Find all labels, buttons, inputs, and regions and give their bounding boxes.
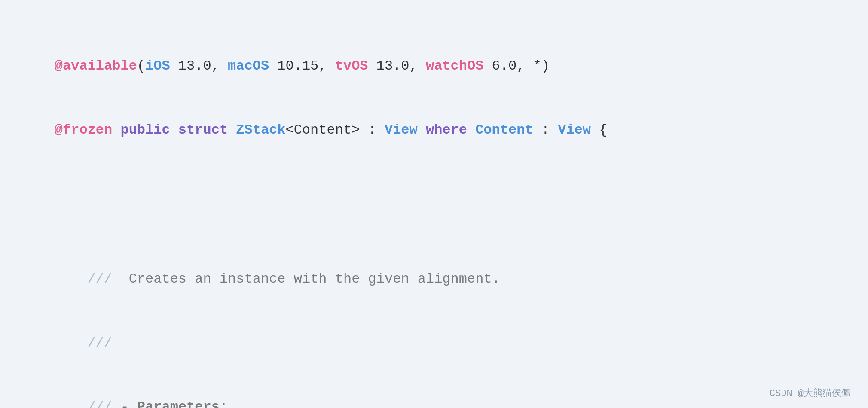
- watermark: CSDN @大熊猫侯佩: [770, 387, 851, 399]
- space-1: [228, 122, 236, 138]
- comment-empty-1: ///: [55, 335, 112, 351]
- zstack-name: ZStack: [236, 122, 285, 138]
- watchos-ver: 6.0, *): [483, 58, 550, 74]
- comment-creates: /// Creates an instance with the given a…: [55, 271, 500, 287]
- tvos-ver: 13.0,: [368, 58, 426, 74]
- open-brace: {: [591, 122, 607, 138]
- tvos-label: tvOS: [335, 58, 368, 74]
- frozen-keyword: @frozen: [55, 122, 112, 138]
- colon-1: :: [360, 122, 385, 138]
- ios-ver: 13.0,: [170, 58, 228, 74]
- generic-param: <Content>: [286, 122, 360, 138]
- comment-marker-2: ///: [55, 335, 112, 351]
- at-available: @: [55, 58, 63, 74]
- macos-ver: 10.15,: [269, 58, 335, 74]
- colon-2: :: [533, 122, 558, 138]
- content-type: Content: [475, 122, 533, 138]
- code-container: @available(iOS 13.0, macOS 10.15, tvOS 1…: [0, 0, 868, 408]
- where-keyword: where: [418, 122, 475, 138]
- watchos-label: watchOS: [426, 58, 483, 74]
- comment-parameters: /// - Parameters:: [55, 399, 228, 408]
- ios-label: iOS: [145, 58, 170, 74]
- comment-text-1: Creates an instance with the given align…: [120, 271, 500, 287]
- view-1: View: [385, 122, 418, 138]
- view-2: View: [558, 122, 591, 138]
- comment-marker-1: ///: [55, 271, 121, 287]
- line-available: @available(iOS 13.0, macOS 10.15, tvOS 1…: [55, 58, 550, 74]
- struct-keyword: struct: [178, 122, 228, 138]
- keyword-available: available: [63, 58, 137, 74]
- code-block: @available(iOS 13.0, macOS 10.15, tvOS 1…: [21, 13, 847, 408]
- line-frozen: @frozen public struct ZStack<Content> : …: [55, 122, 608, 138]
- public-keyword-1: public: [112, 122, 178, 138]
- comment-dash-params: - Parameters:: [120, 399, 228, 408]
- macos-label: macOS: [228, 58, 269, 74]
- comment-marker-3: ///: [55, 399, 121, 408]
- paren-open: (: [137, 58, 145, 74]
